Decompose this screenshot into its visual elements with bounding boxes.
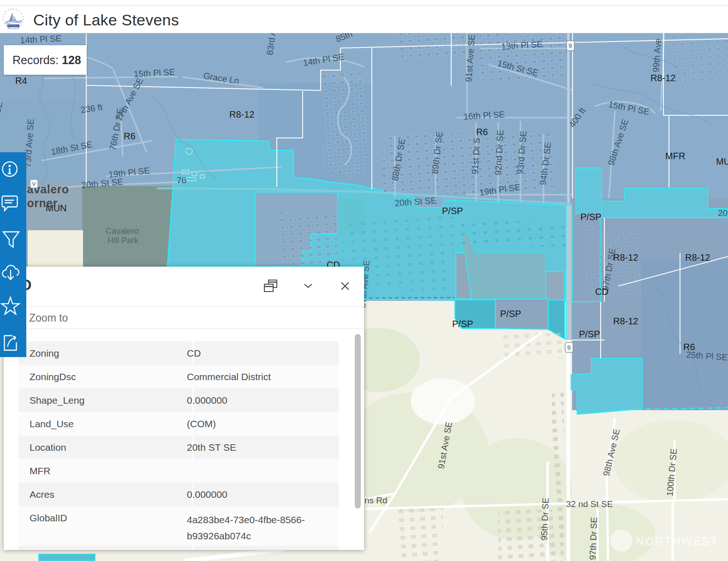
svg-text:R6: R6 bbox=[683, 342, 695, 352]
svg-text:NORTHWEST: NORTHWEST bbox=[636, 535, 718, 548]
svg-text:9: 9 bbox=[568, 42, 572, 49]
svg-text:32 nd St SE: 32 nd St SE bbox=[566, 499, 613, 509]
svg-text:97th Dr SE: 97th Dr SE bbox=[588, 517, 599, 561]
svg-text:P/SP: P/SP bbox=[579, 329, 600, 339]
svg-text:R4: R4 bbox=[15, 76, 27, 86]
svg-text:R8-12: R8-12 bbox=[613, 252, 638, 263]
svg-text:R8-12: R8-12 bbox=[613, 316, 638, 326]
svg-text:R8-12: R8-12 bbox=[685, 252, 710, 263]
svg-text:Hill Park: Hill Park bbox=[107, 236, 139, 245]
svg-text:MU: MU bbox=[716, 156, 728, 167]
svg-text:P/SP: P/SP bbox=[452, 319, 473, 329]
svg-text:P/SP: P/SP bbox=[580, 212, 602, 222]
svg-text:R6: R6 bbox=[476, 127, 488, 137]
svg-text:R8-12: R8-12 bbox=[229, 109, 254, 119]
svg-text:76: 76 bbox=[177, 175, 186, 185]
svg-text:CD: CD bbox=[595, 286, 609, 297]
svg-text:95th Dr SE: 95th Dr SE bbox=[539, 498, 550, 541]
svg-text:91st Dr S: 91st Dr S bbox=[470, 137, 482, 174]
svg-text:P/SP: P/SP bbox=[442, 206, 463, 216]
svg-text:MFR: MFR bbox=[665, 151, 685, 161]
svg-text:20t: 20t bbox=[718, 208, 728, 218]
svg-text:9: 9 bbox=[567, 344, 570, 351]
svg-text:R8-12: R8-12 bbox=[650, 73, 675, 83]
svg-text:ns Rd: ns Rd bbox=[364, 495, 388, 505]
svg-text:Cavalero: Cavalero bbox=[106, 227, 139, 236]
svg-text:R6: R6 bbox=[124, 131, 136, 141]
svg-text:P/SP: P/SP bbox=[500, 309, 521, 319]
